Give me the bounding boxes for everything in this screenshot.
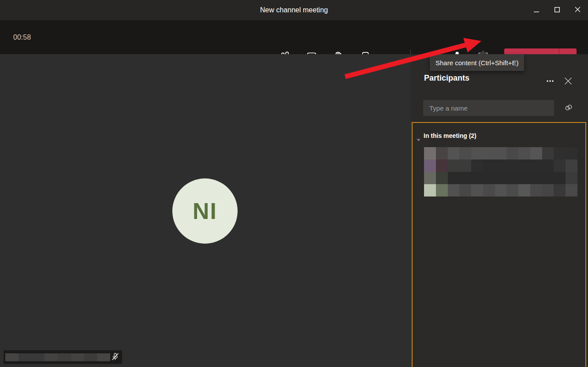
mic-muted-icon [110, 352, 120, 363]
window-title: New channel meeting [260, 6, 328, 14]
close-participants-button[interactable] [562, 76, 574, 88]
blurred-participant-list [424, 147, 577, 196]
tooltip-text: Share content (Ctrl+Shift+E) [435, 59, 518, 67]
meeting-toolbar: 00:58 [0, 20, 588, 54]
copy-meeting-link-button[interactable] [563, 103, 574, 114]
close-icon [575, 6, 581, 14]
more-dots-icon [545, 76, 555, 88]
titlebar: New channel meeting [0, 0, 588, 20]
meeting-timer: 00:58 [13, 20, 31, 54]
in-meeting-header[interactable]: In this meeting (2) [424, 132, 476, 139]
blurred-self-name [5, 353, 110, 361]
share-content-tooltip: Share content (Ctrl+Shift+E) [430, 54, 524, 71]
window-controls [526, 0, 588, 20]
collapse-chevron-icon[interactable] [417, 135, 421, 143]
close-window-button[interactable] [567, 0, 588, 20]
participant-avatar: NI [172, 178, 238, 244]
minimize-button[interactable] [526, 0, 547, 20]
teams-meeting-window: New channel meeting 00:58 [0, 0, 588, 367]
maximize-button[interactable] [547, 0, 567, 20]
meeting-stage: NI [0, 54, 411, 367]
tooltip-caret [479, 50, 488, 54]
participants-panel-title: Participants [424, 74, 469, 83]
participant-search-input[interactable] [423, 100, 554, 116]
participants-more-button[interactable] [544, 76, 556, 88]
close-icon [564, 77, 572, 87]
maximize-icon [555, 6, 560, 14]
link-icon [563, 102, 574, 115]
in-meeting-section-highlighted: In this meeting (2) [412, 122, 586, 367]
self-video-label [4, 350, 122, 364]
participants-panel: Participants In this meeting ( [411, 54, 588, 367]
avatar-initials: NI [193, 198, 217, 224]
minimize-icon [534, 6, 539, 14]
